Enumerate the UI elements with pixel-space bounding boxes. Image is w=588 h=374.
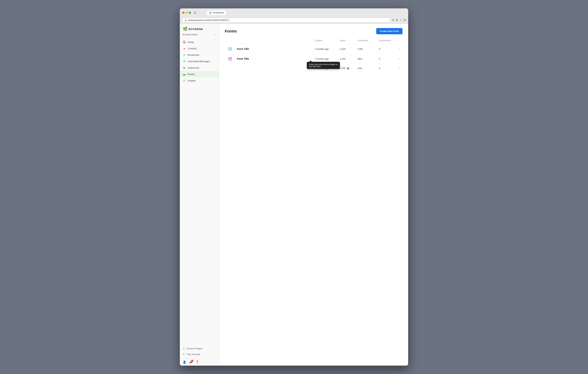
sidebar-item-label: Forms (188, 73, 195, 76)
sidebar-item-label: Automated Messages (188, 60, 210, 63)
sidebar-item-setup[interactable]: 🏠 Setup (180, 39, 219, 45)
views-info-icon[interactable]: i (347, 67, 349, 70)
form-created: 7 months ago (313, 55, 338, 63)
form-arrow[interactable]: → (395, 54, 402, 63)
sidebar-item-label: Insights (188, 79, 196, 82)
form-icon-cell (225, 54, 235, 64)
form-icon-cell (225, 65, 235, 71)
forward-arrow-icon[interactable]: › (202, 11, 204, 15)
brand-logo: 🌿 ECOSEND (183, 27, 203, 31)
forms-table: Created Views Conversion Submissions (219, 37, 408, 366)
automated-messages-icon: ⚙ (183, 60, 186, 63)
browser-actions: ↻ ⬆ ＋ ⧉ (392, 18, 406, 22)
workspace-chevron-icon: ✕ (214, 33, 216, 36)
form-views: 1,234 (338, 55, 356, 63)
sequences-icon: ▤ (183, 66, 186, 69)
form-submissions: 0 (378, 64, 395, 73)
sidebar-item-contacts[interactable]: ● Contacts (180, 45, 219, 52)
sidebar-brand: 🌿 ECOSEND (180, 24, 219, 33)
form-arrow[interactable]: → (395, 44, 402, 53)
table-row[interactable]: Form Title 7 months ago 1,234 2.6% 0 → (225, 44, 402, 54)
contacts-icon: ● (183, 47, 186, 50)
your-account-icon: ⊙ (183, 353, 185, 356)
form-submissions: 0 (378, 55, 395, 63)
form-title (235, 65, 313, 71)
sidebar-bottom: ⊙ Current Project ⊙ Your Account (180, 343, 219, 358)
form-conversion: 10% (356, 64, 378, 73)
col-title (235, 39, 313, 43)
form-title: Form Title (235, 45, 313, 53)
table-row[interactable]: 7 months ago 1,234 i 10% 0 → (225, 64, 402, 73)
table-header: Created Views Conversion Submissions (225, 37, 402, 44)
sidebar-item-broadcasts[interactable]: ➤ Broadcasts (180, 52, 219, 58)
insights-icon: 📈 (183, 79, 186, 82)
form-title: Form Title (235, 55, 313, 63)
workspace-name: EcoSend Demo (183, 33, 198, 36)
sidebar-item-forms[interactable]: ▬ Forms (180, 71, 219, 77)
col-conversion: Conversion (356, 39, 378, 43)
page-title: Forms (225, 29, 237, 33)
reload-icon[interactable]: ↻ (392, 18, 394, 22)
maximize-button[interactable] (189, 11, 191, 14)
sidebar-footer: 👤 📣 1 ❓ (180, 358, 219, 366)
user-footer-icon[interactable]: 👤 (183, 360, 186, 364)
traffic-lights[interactable] (182, 11, 191, 14)
col-icon (225, 39, 235, 43)
your-account-label: Your Account (187, 353, 200, 356)
broadcasts-icon: ➤ (183, 53, 186, 56)
form-conversion: 2.6% (356, 45, 378, 53)
megaphone-footer-icon[interactable]: 📣 1 (189, 360, 193, 364)
form-icon-purple (226, 57, 234, 61)
current-project-icon: ⊙ (183, 347, 185, 350)
sidebar-your-account[interactable]: ⊙ Your Account (180, 351, 219, 357)
sidebar-item-automated-messages[interactable]: ⚙ Automated Messages (180, 58, 219, 65)
col-views: Views (338, 39, 356, 43)
sidebar: 🌿 ECOSEND EcoSend Demo ✕ 🏠 Setup ● Conta… (180, 24, 219, 366)
workspace-row[interactable]: EcoSend Demo ✕ (180, 33, 219, 38)
sidebar-item-insights[interactable]: 📈 Insights (180, 77, 219, 84)
new-tab-icon[interactable]: ＋ (399, 18, 402, 22)
address-bar[interactable]: 🔒 www.gosquared.com/forms/GSN-644523-A (182, 18, 390, 22)
nav-items: 🏠 Setup ● Contacts ➤ Broadcasts ⚙ Automa… (180, 38, 219, 343)
sidebar-current-project[interactable]: ⊙ Current Project (180, 346, 219, 351)
back-arrow-icon[interactable]: ‹ (199, 11, 201, 15)
leaf-icon: 🌿 (183, 27, 188, 31)
sidebar-item-label: Broadcasts (188, 54, 199, 56)
form-arrow[interactable]: → (395, 64, 402, 73)
sidebar-item-sequences[interactable]: ▤ Sequences (180, 65, 219, 71)
table-row[interactable]: Form Title 7 months ago 1,234 48% 0 → Vi… (225, 54, 402, 64)
close-button[interactable] (182, 11, 184, 14)
form-views: 1,234 (338, 45, 356, 53)
create-new-form-button[interactable]: Create New Form (376, 28, 402, 34)
form-views: 1,234 i (338, 64, 356, 73)
url-text: www.gosquared.com/forms/GSN-644523-A (188, 19, 229, 22)
brand-name: ECOSEND (189, 28, 203, 31)
form-created: 7 months ago (313, 64, 338, 73)
tabs-icon[interactable]: ⧉ (404, 18, 406, 22)
form-created: 7 months ago (313, 45, 338, 53)
forms-icon: ▬ (183, 73, 186, 76)
form-icon-blue (226, 47, 234, 51)
notification-badge: 1 (191, 360, 193, 362)
tab-favicon: 🌐 (209, 11, 212, 14)
tab-label: GoSquared (213, 11, 224, 14)
browser-tab[interactable]: 🌐 GoSquared (207, 10, 226, 15)
sidebar-item-label: Contacts (188, 47, 197, 50)
form-submissions: 0 (378, 45, 395, 53)
sidebar-item-label: Sequences (188, 66, 199, 69)
minimize-button[interactable] (186, 11, 188, 14)
share-icon[interactable]: ⬆ (396, 18, 398, 22)
col-arrow (395, 39, 402, 43)
col-submissions: Submissions (378, 39, 395, 43)
browser-nav-arrows: ‹ › (199, 11, 204, 15)
help-footer-icon[interactable]: ❓ (196, 360, 199, 364)
sidebar-item-label: Setup (188, 41, 194, 44)
setup-icon: 🏠 (183, 40, 186, 44)
main-content: Forms Create New Form Created Views Conv… (219, 24, 408, 366)
current-project-label: Current Project (187, 347, 202, 350)
form-icon-cell (225, 44, 235, 54)
main-header: Forms Create New Form (219, 24, 408, 37)
lock-icon: 🔒 (185, 19, 187, 22)
form-conversion: 48% (356, 55, 378, 63)
sidebar-toggle-icon[interactable]: ⊟ (193, 11, 197, 15)
